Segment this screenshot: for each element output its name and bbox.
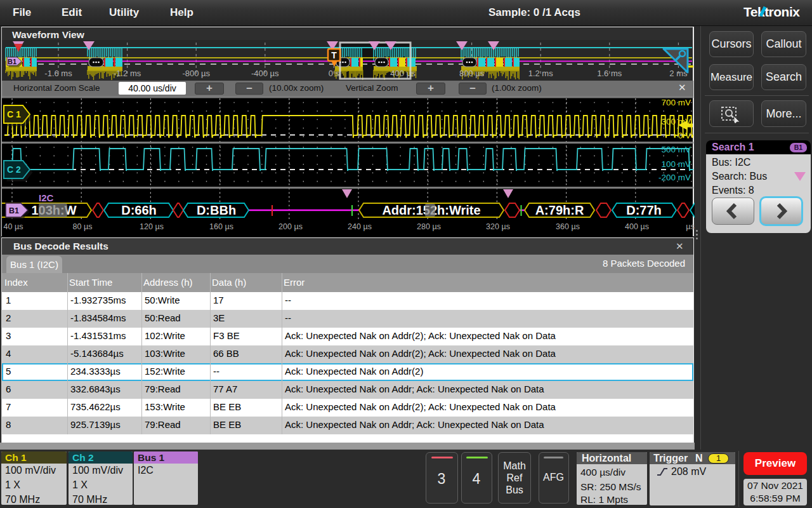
svg-text:120 µs: 120 µs [140,222,164,231]
svg-text:C 2: C 2 [7,164,21,175]
svg-text:-200 mV: -200 mV [658,173,691,182]
svg-text:500 mV: 500 mV [661,145,691,154]
svg-text:D:66h: D:66h [121,203,157,217]
svg-text:0 s: 0 s [329,69,340,78]
svg-text:800 µs: 800 µs [459,69,485,78]
svg-text:700 mV: 700 mV [661,98,691,107]
svg-text:B1: B1 [9,206,19,215]
svg-text:1.2 ms: 1.2 ms [528,69,554,78]
svg-text:160 µs: 160 µs [209,222,233,231]
svg-text:A:79h:R: A:79h:R [535,203,584,217]
svg-text:D:BBh: D:BBh [197,203,236,217]
svg-text:200 µs: 200 µs [278,222,303,231]
svg-text:280 µs: 280 µs [417,222,441,231]
svg-text:400 µs: 400 µs [390,69,416,78]
svg-text:1.6 ms: 1.6 ms [597,69,622,78]
svg-text:µs: µs [686,222,694,231]
svg-text:-1.6 ms: -1.6 ms [44,69,72,78]
svg-text:240 µs: 240 µs [348,222,372,231]
svg-text:360 µs: 360 µs [556,222,580,231]
svg-text:100 mV: 100 mV [661,159,691,169]
svg-text:D:77h: D:77h [626,203,662,217]
svg-text:T: T [331,50,337,60]
svg-text:B1: B1 [8,58,16,65]
svg-text:I2C: I2C [39,192,54,203]
svg-text:400 µs: 400 µs [625,222,649,231]
svg-text:-800 µs: -800 µs [182,69,210,78]
svg-text:40 µs: 40 µs [4,222,23,231]
svg-text:80 µs: 80 µs [73,222,93,231]
svg-text:-1.2 ms: -1.2 ms [114,69,141,78]
svg-text:0 V: 0 V [678,131,691,140]
svg-text:-400 µs: -400 µs [251,69,279,78]
svg-text:C 1: C 1 [7,109,21,119]
svg-text:320 µs: 320 µs [486,222,510,231]
